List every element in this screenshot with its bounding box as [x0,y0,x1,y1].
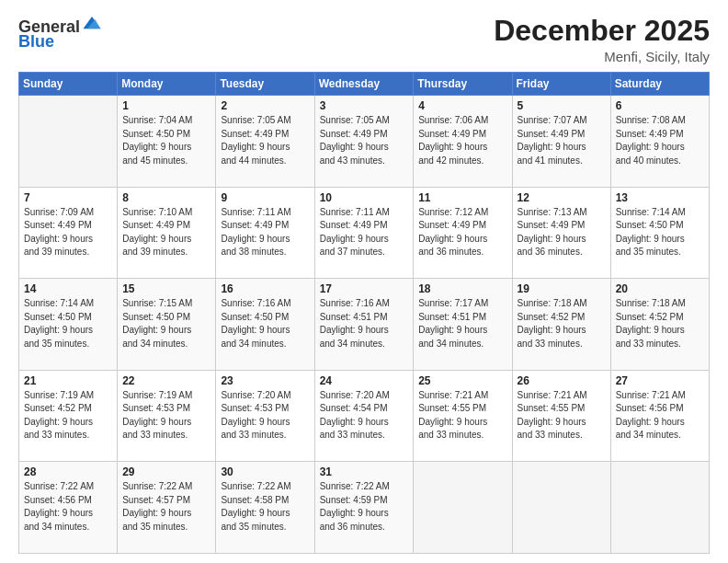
day-number: 27 [616,374,704,387]
calendar-cell [19,96,118,188]
calendar-cell: 11Sunrise: 7:12 AM Sunset: 4:49 PM Dayli… [414,187,512,279]
calendar-week-1: 7Sunrise: 7:09 AM Sunset: 4:49 PM Daylig… [19,187,710,279]
header-thursday: Thursday [414,73,512,96]
day-info: Sunrise: 7:15 AM Sunset: 4:50 PM Dayligh… [122,297,210,350]
day-info: Sunrise: 7:14 AM Sunset: 4:50 PM Dayligh… [616,206,704,259]
day-info: Sunrise: 7:19 AM Sunset: 4:53 PM Dayligh… [122,389,210,442]
day-info: Sunrise: 7:13 AM Sunset: 4:49 PM Dayligh… [518,206,606,259]
day-number: 12 [518,191,606,204]
day-number: 13 [616,191,704,204]
day-number: 18 [418,282,506,295]
day-info: Sunrise: 7:10 AM Sunset: 4:49 PM Dayligh… [122,206,210,259]
day-number: 23 [221,374,309,387]
day-info: Sunrise: 7:22 AM Sunset: 4:58 PM Dayligh… [221,480,309,534]
day-info: Sunrise: 7:11 AM Sunset: 4:49 PM Dayligh… [320,206,409,259]
day-info: Sunrise: 7:08 AM Sunset: 4:49 PM Dayligh… [616,114,704,167]
day-number: 7 [24,191,112,204]
day-number: 22 [122,374,210,387]
calendar-week-3: 21Sunrise: 7:19 AM Sunset: 4:52 PM Dayli… [19,370,710,462]
day-number: 25 [418,374,506,387]
calendar-cell [414,462,512,554]
calendar-cell: 10Sunrise: 7:11 AM Sunset: 4:49 PM Dayli… [314,187,414,279]
logo: General Blue [18,18,102,52]
calendar-table: Sunday Monday Tuesday Wednesday Thursday… [18,72,710,554]
day-number: 11 [418,191,506,204]
calendar-cell: 12Sunrise: 7:13 AM Sunset: 4:49 PM Dayli… [512,187,610,279]
day-number: 5 [518,99,606,112]
day-info: Sunrise: 7:12 AM Sunset: 4:49 PM Dayligh… [418,206,506,259]
calendar-cell: 29Sunrise: 7:22 AM Sunset: 4:57 PM Dayli… [118,462,216,554]
subtitle: Menfi, Sicily, Italy [494,49,710,64]
calendar-cell: 25Sunrise: 7:21 AM Sunset: 4:55 PM Dayli… [414,370,512,462]
day-number: 3 [320,99,409,112]
calendar-cell: 24Sunrise: 7:20 AM Sunset: 4:54 PM Dayli… [314,370,414,462]
day-info: Sunrise: 7:18 AM Sunset: 4:52 PM Dayligh… [518,297,606,350]
day-info: Sunrise: 7:20 AM Sunset: 4:54 PM Dayligh… [320,389,409,442]
day-number: 1 [122,99,210,112]
day-number: 6 [616,99,704,112]
day-info: Sunrise: 7:20 AM Sunset: 4:53 PM Dayligh… [221,389,309,442]
day-number: 16 [221,282,309,295]
header-wednesday: Wednesday [314,73,414,96]
calendar-cell: 23Sunrise: 7:20 AM Sunset: 4:53 PM Dayli… [216,370,314,462]
calendar-cell: 1Sunrise: 7:04 AM Sunset: 4:50 PM Daylig… [118,96,216,188]
calendar-cell: 22Sunrise: 7:19 AM Sunset: 4:53 PM Dayli… [118,370,216,462]
day-info: Sunrise: 7:18 AM Sunset: 4:52 PM Dayligh… [616,297,704,350]
calendar-cell: 18Sunrise: 7:17 AM Sunset: 4:51 PM Dayli… [414,279,512,371]
header-friday: Friday [512,73,610,96]
day-number: 29 [122,465,210,478]
calendar-cell: 21Sunrise: 7:19 AM Sunset: 4:52 PM Dayli… [19,370,118,462]
calendar-cell: 31Sunrise: 7:22 AM Sunset: 4:59 PM Dayli… [314,462,414,554]
calendar-cell: 8Sunrise: 7:10 AM Sunset: 4:49 PM Daylig… [118,187,216,279]
day-info: Sunrise: 7:17 AM Sunset: 4:51 PM Dayligh… [418,297,506,350]
header-sunday: Sunday [19,73,118,96]
day-info: Sunrise: 7:22 AM Sunset: 4:57 PM Dayligh… [122,480,210,534]
day-info: Sunrise: 7:19 AM Sunset: 4:52 PM Dayligh… [24,389,112,442]
day-number: 28 [24,465,112,478]
calendar-week-0: 1Sunrise: 7:04 AM Sunset: 4:50 PM Daylig… [19,96,710,188]
calendar-cell: 26Sunrise: 7:21 AM Sunset: 4:55 PM Dayli… [512,370,610,462]
day-info: Sunrise: 7:05 AM Sunset: 4:49 PM Dayligh… [320,114,409,167]
day-info: Sunrise: 7:11 AM Sunset: 4:49 PM Dayligh… [221,206,309,259]
day-info: Sunrise: 7:16 AM Sunset: 4:51 PM Dayligh… [320,297,409,350]
calendar-cell: 4Sunrise: 7:06 AM Sunset: 4:49 PM Daylig… [414,96,512,188]
calendar-cell [512,462,610,554]
day-number: 30 [221,465,309,478]
day-number: 8 [122,191,210,204]
day-info: Sunrise: 7:16 AM Sunset: 4:50 PM Dayligh… [221,297,309,350]
header: General Blue December 2025 Menfi, Sicily… [18,15,710,64]
day-info: Sunrise: 7:22 AM Sunset: 4:56 PM Dayligh… [24,480,112,534]
calendar-cell: 16Sunrise: 7:16 AM Sunset: 4:50 PM Dayli… [216,279,314,371]
day-number: 26 [518,374,606,387]
day-number: 21 [24,374,112,387]
day-number: 4 [418,99,506,112]
day-number: 24 [320,374,409,387]
calendar-cell: 27Sunrise: 7:21 AM Sunset: 4:56 PM Dayli… [610,370,709,462]
day-number: 19 [518,282,606,295]
day-info: Sunrise: 7:14 AM Sunset: 4:50 PM Dayligh… [24,297,112,350]
day-number: 15 [122,282,210,295]
day-number: 20 [616,282,704,295]
title-block: December 2025 Menfi, Sicily, Italy [494,15,710,64]
calendar-cell: 19Sunrise: 7:18 AM Sunset: 4:52 PM Dayli… [512,279,610,371]
day-info: Sunrise: 7:06 AM Sunset: 4:49 PM Dayligh… [418,114,506,167]
header-saturday: Saturday [610,73,709,96]
day-info: Sunrise: 7:21 AM Sunset: 4:55 PM Dayligh… [518,389,606,442]
day-number: 2 [221,99,309,112]
day-info: Sunrise: 7:04 AM Sunset: 4:50 PM Dayligh… [122,114,210,167]
day-number: 17 [320,282,409,295]
calendar-cell: 6Sunrise: 7:08 AM Sunset: 4:49 PM Daylig… [610,96,709,188]
calendar-week-2: 14Sunrise: 7:14 AM Sunset: 4:50 PM Dayli… [19,279,710,371]
day-info: Sunrise: 7:21 AM Sunset: 4:55 PM Dayligh… [418,389,506,442]
calendar-cell: 2Sunrise: 7:05 AM Sunset: 4:49 PM Daylig… [216,96,314,188]
calendar-cell: 30Sunrise: 7:22 AM Sunset: 4:58 PM Dayli… [216,462,314,554]
calendar-cell: 3Sunrise: 7:05 AM Sunset: 4:49 PM Daylig… [314,96,414,188]
day-info: Sunrise: 7:22 AM Sunset: 4:59 PM Dayligh… [320,480,409,534]
calendar-cell: 17Sunrise: 7:16 AM Sunset: 4:51 PM Dayli… [314,279,414,371]
calendar-cell: 20Sunrise: 7:18 AM Sunset: 4:52 PM Dayli… [610,279,709,371]
calendar-header-row: Sunday Monday Tuesday Wednesday Thursday… [19,73,710,96]
calendar-cell: 28Sunrise: 7:22 AM Sunset: 4:56 PM Dayli… [19,462,118,554]
day-number: 10 [320,191,409,204]
calendar-cell: 5Sunrise: 7:07 AM Sunset: 4:49 PM Daylig… [512,96,610,188]
calendar-cell: 9Sunrise: 7:11 AM Sunset: 4:49 PM Daylig… [216,187,314,279]
